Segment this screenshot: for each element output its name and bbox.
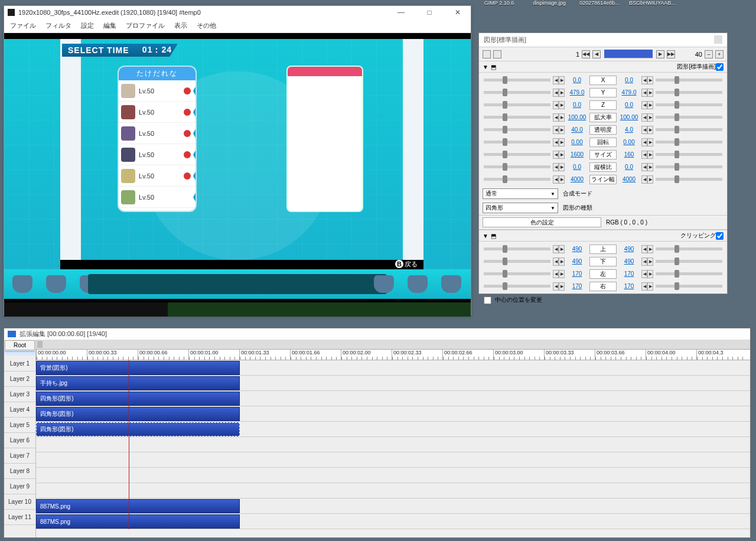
step-right-inc[interactable]: ▶	[647, 258, 653, 266]
param-label-button[interactable]: 下	[589, 257, 617, 266]
minimize-button[interactable]: —	[392, 8, 410, 17]
slider-right[interactable]	[656, 153, 722, 156]
value-right[interactable]: 100.00	[618, 114, 640, 120]
desktop-icon[interactable]: BSGbHWIUYAAB...	[629, 0, 670, 6]
maximize-button[interactable]: □	[420, 8, 439, 17]
step-right-dec[interactable]: ◀	[641, 76, 647, 84]
slider-left[interactable]	[484, 165, 550, 168]
step-right-inc[interactable]: ▶	[647, 163, 653, 171]
desktop-icon[interactable]: 020278614e8b...	[579, 0, 620, 6]
add-icon[interactable]: –	[705, 50, 713, 58]
step-left-dec[interactable]: ◀	[553, 270, 559, 278]
slider-right[interactable]	[656, 128, 722, 131]
slider-left[interactable]	[484, 116, 550, 119]
slider-left[interactable]	[484, 141, 550, 144]
desktop-icon[interactable]: dispimage.jpg	[529, 0, 570, 6]
slider-left[interactable]	[484, 178, 550, 181]
step-left-inc[interactable]: ▶	[559, 270, 565, 278]
step-left-dec[interactable]: ◀	[553, 126, 559, 134]
step-left-inc[interactable]: ▶	[559, 151, 565, 159]
slider-right[interactable]	[656, 116, 722, 119]
slider-right[interactable]	[656, 178, 722, 181]
step-left-dec[interactable]: ◀	[553, 282, 559, 291]
timeline-clip[interactable]: 887MS.png	[36, 499, 240, 513]
value-left[interactable]: 40.0	[566, 126, 588, 133]
close-button[interactable]: ✕	[448, 8, 467, 17]
value-right[interactable]: 170	[618, 283, 640, 289]
slider-right[interactable]	[656, 285, 722, 288]
timeline-clip[interactable]: 887MS.png	[36, 514, 240, 529]
step-left-dec[interactable]: ◀	[553, 258, 559, 266]
rewind-icon[interactable]: ◀◀	[582, 50, 590, 58]
timeline-ruler[interactable]: 00:00:00.0000:00:00.3300:00:00.6600:00:0…	[36, 350, 750, 360]
step-left-dec[interactable]: ◀	[553, 245, 559, 253]
timeline-track[interactable]	[36, 468, 750, 483]
timeline-clip[interactable]: 四角形(図形)	[36, 392, 240, 406]
layer-label[interactable]: Layer 3	[4, 387, 35, 402]
value-left[interactable]: 0.00	[566, 139, 588, 145]
timeline-track[interactable]: 背景(図形)	[36, 360, 750, 376]
menu-view[interactable]: 表示	[171, 20, 191, 31]
step-right-dec[interactable]: ◀	[641, 113, 647, 122]
step-right-dec[interactable]: ◀	[641, 126, 647, 134]
param-label-button[interactable]: 回転	[589, 138, 617, 147]
menu-profile[interactable]: プロファイル	[122, 20, 168, 31]
timeline-clip[interactable]: 手持ち.jpg	[36, 376, 240, 390]
slider-left[interactable]	[484, 128, 550, 131]
param-label-button[interactable]: 右	[589, 282, 617, 291]
param-label-button[interactable]: ライン幅	[589, 175, 617, 184]
timeline-clip[interactable]: 背景(図形)	[36, 361, 240, 375]
step-right-dec[interactable]: ◀	[641, 175, 647, 184]
step-left-inc[interactable]: ▶	[559, 163, 565, 171]
step-right-inc[interactable]: ▶	[647, 76, 653, 84]
next-icon[interactable]: ▶	[656, 50, 664, 58]
slider-right[interactable]	[656, 272, 722, 275]
step-left-dec[interactable]: ◀	[553, 113, 559, 122]
timeline-track[interactable]: 手持ち.jpg	[36, 376, 750, 391]
param-label-button[interactable]: 拡大率	[589, 113, 617, 122]
value-right[interactable]: 0.0	[618, 164, 640, 170]
preview-titlebar[interactable]: 1920x1080_30fps_44100Hz.exedit (1920,108…	[4, 6, 471, 19]
close-icon[interactable]	[714, 35, 722, 44]
link-icon[interactable]: ⬒	[491, 233, 496, 239]
layer-label[interactable]: Layer 6	[4, 433, 35, 448]
timeline-track[interactable]	[36, 483, 750, 498]
step-right-dec[interactable]: ◀	[641, 270, 647, 278]
step-right-inc[interactable]: ▶	[647, 113, 653, 122]
value-right[interactable]: 0.0	[618, 77, 640, 83]
slider-right[interactable]	[656, 79, 722, 82]
param-label-button[interactable]: 左	[589, 269, 617, 279]
timeline-scrollbar[interactable]	[36, 340, 750, 350]
param-label-button[interactable]: Y	[589, 88, 617, 97]
layer-label[interactable]: Layer 2	[4, 371, 35, 387]
ffwd-icon[interactable]: ▶▶	[667, 50, 675, 58]
value-left[interactable]: 490	[566, 258, 588, 265]
value-left[interactable]: 0.0	[566, 102, 588, 108]
timeline-titlebar[interactable]: 拡張編集 [00:00:00.60] [19/40]	[4, 328, 750, 340]
slider-right[interactable]	[656, 165, 722, 168]
shape-type-select[interactable]: 四角形▼	[483, 203, 558, 213]
step-left-inc[interactable]: ▶	[559, 245, 565, 253]
color-settings-button[interactable]: 色の設定	[483, 217, 601, 227]
value-left[interactable]: 170	[566, 270, 588, 277]
step-left-inc[interactable]: ▶	[559, 138, 565, 146]
frame-end[interactable]: 40	[677, 51, 702, 58]
step-left-inc[interactable]: ▶	[559, 126, 565, 134]
step-right-inc[interactable]: ▶	[647, 245, 653, 253]
playhead[interactable]	[129, 360, 129, 529]
seek-bar[interactable]	[4, 302, 471, 317]
step-right-inc[interactable]: ▶	[647, 101, 653, 109]
root-button[interactable]: Root	[5, 340, 35, 350]
step-left-inc[interactable]: ▶	[559, 101, 565, 109]
layer-label[interactable]: Layer 9	[4, 479, 35, 494]
step-left-dec[interactable]: ◀	[553, 163, 559, 171]
step-right-inc[interactable]: ▶	[647, 89, 653, 97]
frame-start[interactable]: 1	[555, 51, 579, 58]
value-right[interactable]: 479.0	[618, 89, 640, 96]
param-label-button[interactable]: 透明度	[589, 125, 617, 135]
menu-edit[interactable]: 編集	[100, 20, 120, 31]
timeline-clip[interactable]: 四角形(図形)	[36, 407, 240, 421]
step-right-dec[interactable]: ◀	[641, 89, 647, 97]
step-right-dec[interactable]: ◀	[641, 163, 647, 171]
value-left[interactable]: 0.0	[566, 77, 588, 83]
